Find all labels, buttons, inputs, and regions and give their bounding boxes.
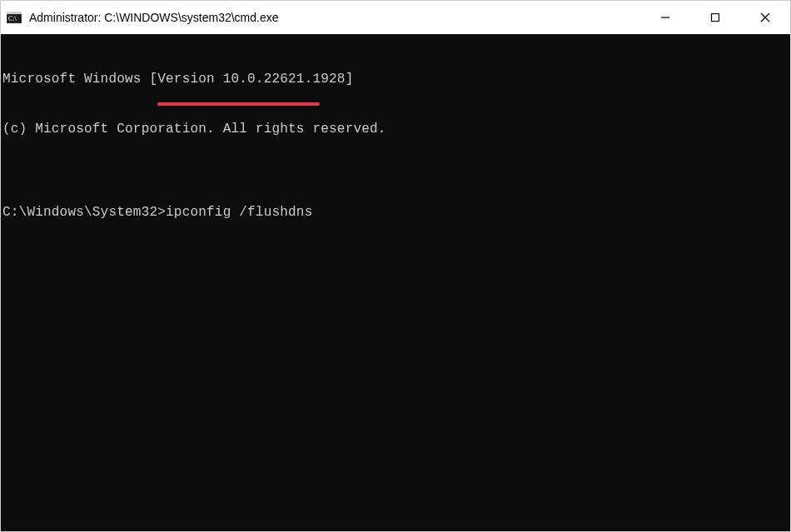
svg-text:C:\: C:\ <box>8 15 17 22</box>
banner-line-1: Microsoft Windows [Version 10.0.22621.19… <box>2 71 789 87</box>
prompt-text: C:\Windows\System32> <box>2 204 166 221</box>
close-button[interactable] <box>740 1 790 34</box>
terminal-area[interactable]: Microsoft Windows [Version 10.0.22621.19… <box>1 34 790 531</box>
svg-rect-1 <box>7 12 22 14</box>
titlebar[interactable]: C:\ Administrator: C:\WINDOWS\system32\c… <box>1 1 790 34</box>
command-text: ipconfig /flushdns <box>166 204 312 221</box>
window-title: Administrator: C:\WINDOWS\system32\cmd.e… <box>29 11 640 24</box>
svg-rect-4 <box>712 14 719 22</box>
minimize-icon <box>660 12 670 22</box>
window-controls <box>640 1 790 34</box>
maximize-icon <box>710 12 720 22</box>
red-underline-annotation <box>157 102 320 106</box>
close-icon <box>760 12 770 22</box>
prompt-line: C:\Windows\System32>ipconfig /flushdns <box>2 204 789 221</box>
cmd-icon: C:\ <box>6 9 22 26</box>
banner-line-2: (c) Microsoft Corporation. All rights re… <box>2 121 789 137</box>
minimize-button[interactable] <box>640 1 690 34</box>
cmd-window: C:\ Administrator: C:\WINDOWS\system32\c… <box>0 0 791 532</box>
maximize-button[interactable] <box>690 1 740 34</box>
